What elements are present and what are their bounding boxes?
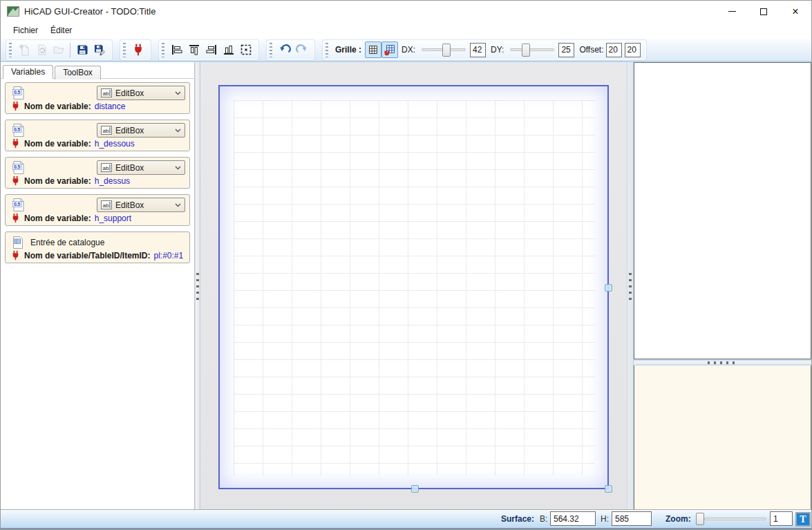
horizontal-splitter[interactable] [634, 359, 811, 366]
right-splitter[interactable] [627, 62, 634, 510]
editbox-icon: ab [101, 126, 112, 135]
resize-button[interactable] [237, 41, 254, 59]
close-button[interactable]: × [780, 1, 811, 22]
offset-y-input[interactable]: 20 [625, 43, 641, 57]
control-type-select[interactable]: ab EditBox [97, 198, 185, 212]
resize-handle-right[interactable] [605, 284, 612, 292]
title-bar[interactable]: HiCAD GUI-Creator - TODO:Title × [1, 1, 811, 22]
zoom-value: 1 [773, 514, 778, 524]
numeric-variable-icon: 0.5 [11, 123, 25, 138]
text-tool-button[interactable]: T [795, 512, 811, 527]
zoom-slider-thumb[interactable] [696, 513, 704, 525]
variable-card-distance[interactable]: 0.5 ab EditBox [5, 82, 190, 114]
close-icon: × [792, 6, 798, 17]
plug-icon [12, 101, 19, 111]
dy-slider-track[interactable] [510, 48, 554, 51]
align-right-button[interactable] [202, 41, 220, 59]
redo-button[interactable] [293, 41, 310, 59]
toolbar-group-connect [120, 40, 151, 60]
menu-editer[interactable]: Éditer [44, 23, 78, 37]
dy-slider[interactable] [510, 43, 554, 57]
open-button[interactable] [50, 41, 67, 59]
tab-variables[interactable]: Variables [3, 65, 53, 79]
control-type-label: EditBox [115, 163, 144, 173]
menu-fichier[interactable]: Fichier [7, 23, 44, 37]
variable-name-value: h_dessus [95, 176, 130, 186]
align-bottom-button[interactable] [220, 41, 237, 59]
minimize-button[interactable] [716, 1, 748, 22]
variable-name-label: Nom de variable: [24, 102, 91, 111]
variable-card-h-support[interactable]: 0.5 ab EditBox [5, 194, 190, 226]
offset-label: Offset: [579, 45, 603, 55]
editbox-icon: ab [101, 163, 112, 172]
form-design-surface[interactable] [218, 85, 609, 489]
zoom-slider-track[interactable] [704, 518, 766, 520]
align-left-button[interactable] [168, 41, 185, 59]
minimize-icon [728, 11, 736, 12]
surface-label: Surface: [501, 510, 534, 528]
open-icon [53, 44, 65, 56]
reload-button[interactable] [32, 41, 50, 59]
variable-name-label: Nom de variable: [24, 214, 91, 223]
dy-input[interactable]: 25 [558, 43, 574, 57]
align-right-icon [205, 44, 218, 56]
status-bar: Surface: B: 564.32 H: 585 Zoom: 1 T [1, 509, 811, 529]
grille-label: Grille : [335, 45, 361, 55]
variable-card-h-dessous[interactable]: 0.5 ab EditBox [5, 120, 190, 151]
grid-snap-button[interactable] [381, 41, 398, 58]
connect-button[interactable] [129, 41, 147, 59]
resize-handle-bottom-right[interactable] [605, 485, 612, 493]
catalog-entry-card[interactable]: Entrée de catalogue Nom de variable/Tabl… [5, 231, 190, 263]
resize-handle-bottom[interactable] [411, 485, 419, 493]
toolbar-grip[interactable] [270, 43, 272, 57]
toolbar-separator [70, 43, 70, 57]
catalog-name-value: pl:#0:#1 [154, 251, 184, 261]
new-button[interactable] [15, 41, 32, 59]
maximize-button[interactable] [748, 1, 780, 22]
align-top-button[interactable] [185, 41, 202, 59]
splitter-grip-dots [196, 273, 199, 303]
toolbar-grip[interactable] [162, 43, 164, 57]
chevron-down-icon [175, 166, 181, 170]
toolbar-group-history [267, 40, 314, 60]
save-as-button[interactable] [91, 41, 108, 59]
save-button[interactable] [73, 41, 91, 59]
surface-b-input[interactable]: 564.32 [550, 511, 596, 526]
toolbar-grip[interactable] [123, 43, 126, 57]
dx-input[interactable]: 42 [470, 43, 486, 57]
design-canvas[interactable] [200, 62, 627, 510]
zoom-slider[interactable] [696, 511, 766, 527]
control-type-label: EditBox [115, 88, 144, 98]
control-type-select[interactable]: ab EditBox [97, 86, 185, 100]
chevron-down-icon [175, 91, 181, 95]
surface-h-input[interactable]: 585 [612, 511, 652, 526]
zoom-input[interactable]: 1 [770, 511, 793, 526]
dx-slider[interactable] [422, 43, 466, 57]
variable-name-label: Nom de variable: [24, 176, 91, 186]
toolbar-grip[interactable] [325, 43, 328, 57]
dy-value: 25 [561, 45, 570, 55]
dx-value: 42 [473, 45, 482, 55]
window-title: HiCAD GUI-Creator - TODO:Title [24, 1, 155, 22]
svg-text:0.5: 0.5 [14, 202, 20, 207]
dx-slider-thumb[interactable] [442, 44, 451, 57]
undo-button[interactable] [276, 41, 293, 59]
offset-x-value: 20 [609, 45, 618, 55]
grid-toggle-button[interactable] [365, 41, 381, 58]
sidebar: Variables ToolBox 0.5 [1, 62, 195, 510]
offset-x-input[interactable]: 20 [606, 43, 622, 57]
toolbar-group-file [6, 40, 112, 60]
variable-card-h-dessus[interactable]: 0.5 ab EditBox [5, 157, 190, 189]
control-type-select[interactable]: ab EditBox [97, 160, 185, 175]
plug-icon [12, 176, 19, 186]
tab-toolbox[interactable]: ToolBox [55, 66, 101, 79]
dy-slider-thumb[interactable] [522, 44, 530, 57]
toolbar-grip[interactable] [9, 43, 12, 57]
control-type-select[interactable]: ab EditBox [97, 123, 185, 138]
left-splitter[interactable] [195, 62, 200, 510]
variable-name-value: h_dessous [95, 139, 135, 149]
catalog-entry-title: Entrée de catalogue [30, 238, 104, 247]
control-type-label: EditBox [115, 126, 144, 135]
editbox-icon: ab [101, 88, 112, 97]
chevron-down-icon [175, 203, 181, 207]
